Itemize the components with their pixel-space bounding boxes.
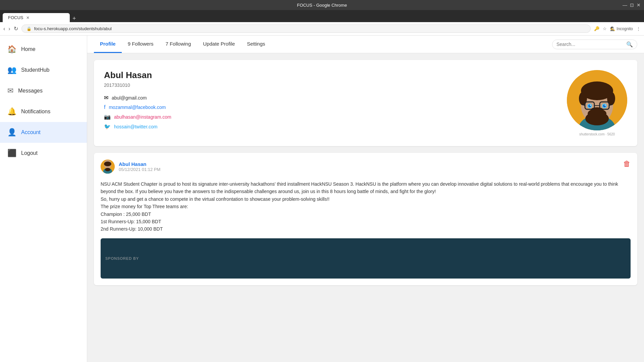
post-text-p1: NSU ACM Student Chapter is proud to host… — [101, 180, 631, 195]
forward-button[interactable]: › — [8, 26, 10, 32]
post-sponsored-image: SPONSORED BY — [101, 238, 631, 279]
post-text-p3: The prize money for Top Three teams are: — [101, 203, 631, 210]
post-text-p2: So, hurry up and get a chance to compete… — [101, 195, 631, 203]
post-text-p6: 2nd Runners-Up: 10,000 BDT — [101, 225, 631, 233]
browser-tab[interactable]: FOCUS ✕ — [3, 13, 70, 22]
profile-student-id: 2017331010 — [104, 82, 171, 88]
incognito-badge: 🕵 Incognito — [610, 26, 633, 31]
back-button[interactable]: ‹ — [3, 26, 5, 32]
contact-instagram[interactable]: abulhasan@instagram.com — [114, 114, 171, 120]
tab-update-profile-label: Update Profile — [203, 41, 235, 47]
tab-followers[interactable]: 9 Followers — [122, 36, 160, 53]
account-icon: 👤 — [7, 128, 16, 137]
bookmark-icon[interactable]: ☆ — [603, 26, 607, 31]
contact-email: abul@gmail.com — [112, 95, 147, 101]
post-date: 05/12/2021 01:12 PM — [119, 167, 160, 172]
tab-profile[interactable]: Profile — [94, 36, 122, 53]
tab-update-profile[interactable]: Update Profile — [197, 36, 241, 53]
home-icon: 🏠 — [7, 45, 16, 54]
email-icon: ✉ — [104, 95, 108, 101]
svg-point-25 — [104, 162, 111, 166]
post-avatar-svg — [101, 160, 115, 174]
search-icon: 🔍 — [626, 41, 633, 48]
sidebar-label-account: Account — [21, 129, 41, 135]
contact-email-item: ✉ abul@gmail.com — [104, 95, 171, 101]
svg-point-7 — [579, 92, 587, 105]
profile-info: Abul Hasan 2017331010 ✉ abul@gmail.com f… — [104, 70, 171, 133]
contact-facebook-item: f mozammal@facebook.com — [104, 104, 171, 110]
tab-label: FOCUS — [8, 15, 23, 20]
sidebar-item-notifications[interactable]: 🔔 Notifications — [0, 101, 87, 122]
sidebar-label-messages: Messages — [18, 88, 43, 94]
tab-followers-label: 9 Followers — [128, 41, 154, 47]
sidebar-item-account[interactable]: 👤 Account — [0, 122, 87, 143]
tabs-bar: Profile 9 Followers 7 Following Update P… — [87, 36, 644, 53]
maximize-button[interactable]: ⊡ — [630, 2, 634, 8]
instagram-icon: 📷 — [104, 114, 111, 120]
tab-profile-label: Profile — [100, 41, 116, 47]
sponsored-label: SPONSORED BY — [105, 256, 139, 260]
sidebar-item-logout[interactable]: ⬛ Logout — [0, 143, 87, 164]
avatar-svg — [567, 70, 627, 130]
sidebar-item-home[interactable]: 🏠 Home — [0, 39, 87, 60]
sidebar-label-home: Home — [21, 46, 36, 52]
post-text-p5: 1st Runners-Up: 15,000 BDT — [101, 218, 631, 225]
contact-instagram-item: 📷 abulhasan@instagram.com — [104, 114, 171, 120]
profile-name: Abul Hasan — [104, 70, 171, 80]
sidebar-item-messages[interactable]: ✉ Messages — [0, 80, 87, 101]
post-content: NSU ACM Student Chapter is proud to host… — [101, 180, 631, 233]
twitter-icon: 🐦 — [104, 123, 111, 130]
close-button[interactable]: ✕ — [637, 2, 641, 8]
refresh-button[interactable]: ↻ — [14, 25, 18, 32]
incognito-icon: 🕵 — [610, 26, 615, 31]
minimize-button[interactable]: — — [623, 2, 627, 8]
facebook-icon: f — [104, 104, 105, 110]
svg-point-21 — [590, 105, 591, 106]
logout-icon: ⬛ — [7, 149, 16, 158]
contact-twitter-item: 🐦 hossain@twitter.com — [104, 123, 171, 130]
app-wrapper: 🏠 Home 👥 StudentHub ✉ Messages 🔔 Notific… — [0, 36, 644, 362]
menu-icon[interactable]: ⋮ — [636, 26, 641, 31]
main-content: Profile 9 Followers 7 Following Update P… — [87, 36, 644, 362]
svg-point-27 — [105, 168, 110, 171]
post-text-p4: Champion : 25,000 BDT — [101, 210, 631, 218]
tab-close-icon[interactable]: ✕ — [26, 15, 30, 20]
contact-twitter[interactable]: hossain@twitter.com — [114, 124, 157, 129]
tab-following-label: 7 Following — [165, 41, 191, 47]
browser-addressbar: ‹ › ↻ 🔒 focu-s.herokuapp.com/studentshub… — [0, 22, 644, 36]
delete-icon: 🗑 — [623, 160, 631, 168]
post-author-avatar — [101, 160, 115, 174]
avatar-credit: shutterstock.com · 5620 — [579, 132, 615, 136]
post-card: Abul Hasan 05/12/2021 01:12 PM 🗑 NSU ACM… — [94, 153, 637, 285]
post-author-details: Abul Hasan 05/12/2021 01:12 PM — [119, 161, 160, 172]
profile-avatar-container: shutterstock.com · 5620 — [567, 70, 627, 136]
post-header: Abul Hasan 05/12/2021 01:12 PM 🗑 — [101, 160, 631, 174]
contact-facebook[interactable]: mozammal@facebook.com — [109, 105, 166, 110]
profile-avatar — [567, 70, 627, 130]
browser-tab-bar: FOCUS ✕ + — [0, 10, 644, 22]
post-author-info: Abul Hasan 05/12/2021 01:12 PM — [101, 160, 160, 174]
sponsored-content: SPONSORED BY — [105, 256, 139, 260]
key-icon: 🔑 — [594, 26, 599, 31]
tab-search-box[interactable]: 🔍 — [552, 40, 637, 49]
new-tab-button[interactable]: + — [70, 15, 79, 22]
tab-following[interactable]: 7 Following — [159, 36, 197, 53]
profile-card: Abul Hasan 2017331010 ✉ abul@gmail.com f… — [94, 60, 637, 146]
post-author-name[interactable]: Abul Hasan — [119, 161, 160, 167]
browser-title: FOCUS - Google Chrome — [297, 3, 347, 8]
address-box[interactable]: 🔒 focu-s.herokuapp.com/studentshub/abul — [21, 24, 591, 33]
notifications-icon: 🔔 — [7, 107, 16, 116]
address-right-controls: 🔑 ☆ 🕵 Incognito ⋮ — [594, 26, 641, 31]
svg-point-8 — [607, 92, 615, 105]
svg-point-22 — [605, 105, 606, 106]
lock-icon: 🔒 — [26, 26, 32, 31]
delete-post-button[interactable]: 🗑 — [623, 160, 631, 168]
messages-icon: ✉ — [7, 86, 13, 95]
sidebar-item-studenthub[interactable]: 👥 StudentHub — [0, 60, 87, 80]
incognito-label: Incognito — [616, 26, 633, 31]
studenthub-icon: 👥 — [7, 66, 16, 74]
browser-controls: — ⊡ ✕ — [623, 2, 641, 8]
search-input[interactable] — [556, 42, 624, 47]
browser-titlebar: FOCUS - Google Chrome — ⊡ ✕ — [0, 0, 644, 10]
tab-settings[interactable]: Settings — [241, 36, 271, 53]
